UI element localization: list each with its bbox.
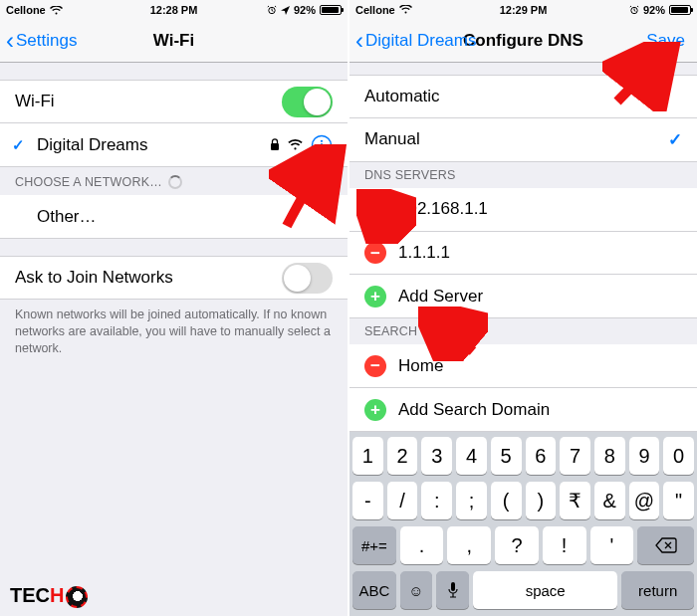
lock-icon — [270, 138, 280, 151]
checkmark-icon: ✓ — [12, 136, 25, 154]
search-domain-value[interactable]: Home — [398, 356, 443, 376]
key[interactable]: 1 — [352, 437, 383, 475]
key[interactable]: . — [400, 526, 444, 564]
back-button[interactable]: ‹ Digital Dreams — [355, 29, 476, 53]
back-button[interactable]: ‹ Settings — [6, 29, 77, 53]
svg-rect-1 — [271, 143, 279, 150]
key[interactable]: / — [387, 482, 418, 519]
battery-percent: 92% — [643, 4, 665, 16]
info-icon[interactable] — [311, 134, 333, 156]
backspace-key[interactable] — [637, 526, 694, 564]
carrier-label: Cellone — [6, 4, 46, 16]
wifi-label: Wi-Fi — [15, 92, 55, 111]
add-server-label: Add Server — [398, 287, 483, 307]
key[interactable]: , — [447, 526, 491, 564]
dns-servers-header: DNS SERVERS — [349, 162, 697, 188]
keyboard[interactable]: 1234567890 -/:;()₹&@" #+= . , ? ! ' ABC … — [349, 432, 697, 616]
nav-bar: ‹ Digital Dreams Configure DNS Save — [349, 20, 697, 63]
key[interactable]: ' — [590, 526, 634, 564]
key[interactable]: ( — [491, 482, 522, 519]
svg-point-3 — [321, 139, 323, 141]
chevron-left-icon: ‹ — [355, 29, 363, 53]
key[interactable]: @ — [629, 482, 660, 519]
ask-footer-text: Known networks will be joined automatica… — [0, 300, 348, 357]
key[interactable]: & — [594, 482, 625, 519]
symbols-key[interactable]: #+= — [352, 526, 396, 564]
watermark-logo: TECH — [10, 584, 88, 608]
wifi-toggle[interactable] — [282, 87, 333, 117]
wifi-status-icon — [50, 6, 63, 15]
connected-network-row[interactable]: ✓ Digital Dreams — [0, 123, 348, 167]
carrier-label: Cellone — [355, 4, 395, 16]
alarm-icon — [629, 5, 639, 15]
add-icon[interactable]: + — [364, 399, 386, 421]
dns-server-value[interactable]: 192.168.1.1 — [398, 199, 488, 219]
signal-icon — [288, 139, 303, 150]
battery-icon — [320, 5, 342, 15]
dns-server-row[interactable]: − 1.1.1.1 — [349, 232, 697, 276]
save-button[interactable]: Save — [646, 31, 685, 51]
back-label: Digital Dreams — [365, 31, 476, 51]
add-domain-label: Add Search Domain — [398, 400, 550, 420]
dns-option-automatic[interactable]: Automatic — [349, 75, 697, 118]
battery-icon — [669, 5, 691, 15]
search-domain-row[interactable]: − Home — [349, 344, 697, 388]
add-search-domain-row[interactable]: + Add Search Domain — [349, 388, 697, 432]
search-domains-header: SEARCH DOMAINS — [349, 318, 697, 344]
key[interactable]: 2 — [387, 437, 418, 475]
ask-label: Ask to Join Networks — [15, 268, 173, 288]
other-network-row[interactable]: Other… — [0, 195, 348, 239]
remove-icon[interactable]: − — [364, 355, 386, 377]
chevron-left-icon: ‹ — [6, 29, 14, 53]
svg-rect-4 — [321, 143, 323, 150]
choose-network-header: CHOOSE A NETWORK… — [0, 167, 348, 195]
key[interactable]: ? — [495, 526, 539, 564]
ask-toggle[interactable] — [282, 263, 333, 294]
key[interactable]: ; — [456, 482, 487, 519]
wifi-settings-screen: Cellone 12:28 PM 92% ‹ Settings Wi-Fi Wi… — [0, 0, 349, 616]
battery-percent: 92% — [294, 4, 316, 16]
key[interactable]: 0 — [663, 437, 694, 475]
key[interactable]: 4 — [456, 437, 487, 475]
key[interactable]: ! — [543, 526, 586, 564]
dns-server-row[interactable]: − 192.168.1.1 — [349, 188, 697, 232]
back-label: Settings — [16, 31, 77, 51]
key[interactable]: 7 — [560, 437, 590, 475]
status-bar: Cellone 12:28 PM 92% — [0, 0, 348, 20]
mic-key[interactable] — [436, 571, 469, 609]
abc-key[interactable]: ABC — [352, 571, 396, 609]
nav-title: Configure DNS — [463, 31, 583, 51]
status-bar: Cellone 12:29 PM 92% — [349, 0, 697, 20]
key[interactable]: 9 — [629, 437, 660, 475]
dns-server-value[interactable]: 1.1.1.1 — [398, 243, 450, 263]
checkmark-icon: ✓ — [668, 129, 682, 150]
return-key[interactable]: return — [621, 571, 694, 609]
location-icon — [281, 6, 290, 15]
ask-to-join-row[interactable]: Ask to Join Networks — [0, 256, 348, 300]
key[interactable]: " — [663, 482, 694, 519]
add-icon[interactable]: + — [364, 286, 386, 308]
dns-option-manual[interactable]: Manual ✓ — [349, 118, 697, 162]
key[interactable]: 5 — [491, 437, 522, 475]
key[interactable]: ₹ — [560, 482, 590, 519]
alarm-icon — [267, 5, 277, 15]
key[interactable]: - — [352, 482, 383, 519]
network-name: Digital Dreams — [37, 135, 147, 155]
nav-bar: ‹ Settings Wi-Fi — [0, 20, 348, 63]
svg-rect-6 — [451, 582, 455, 591]
remove-icon[interactable]: − — [364, 242, 386, 264]
emoji-key[interactable]: ☺ — [400, 571, 433, 609]
space-key[interactable]: space — [473, 571, 617, 609]
key[interactable]: : — [421, 482, 452, 519]
wifi-status-icon — [399, 5, 412, 14]
add-server-row[interactable]: + Add Server — [349, 275, 697, 318]
other-label: Other… — [37, 207, 97, 227]
key[interactable]: 6 — [526, 437, 557, 475]
key[interactable]: 8 — [594, 437, 625, 475]
wifi-toggle-row[interactable]: Wi-Fi — [0, 80, 348, 123]
key[interactable]: 3 — [421, 437, 452, 475]
loading-spinner-icon — [168, 175, 182, 189]
nav-title: Wi-Fi — [153, 31, 194, 51]
key[interactable]: ) — [526, 482, 557, 519]
remove-icon[interactable]: − — [364, 198, 386, 220]
